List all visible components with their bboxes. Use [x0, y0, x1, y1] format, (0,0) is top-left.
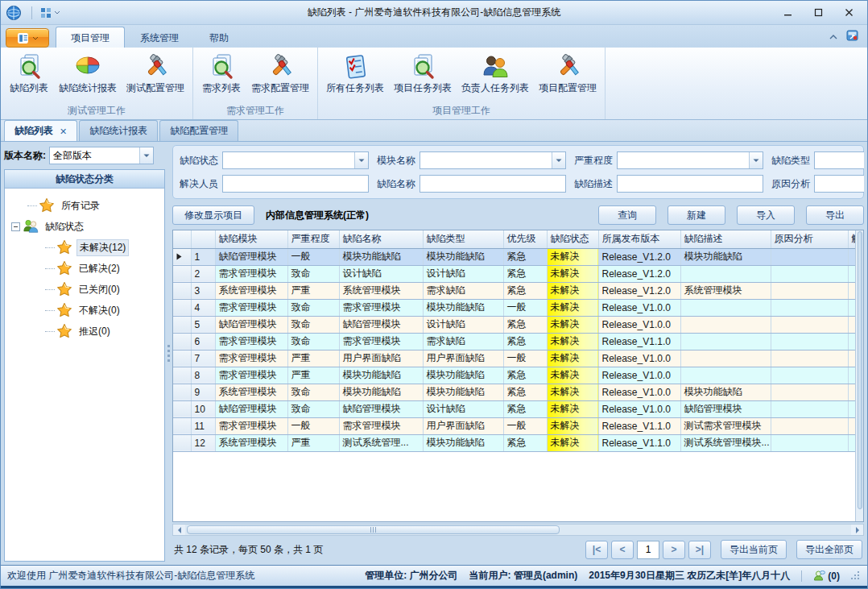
- grid-cell[interactable]: [848, 282, 855, 299]
- collapse-ribbon-icon[interactable]: [829, 31, 838, 43]
- grid-cell[interactable]: 模块功能缺陷: [423, 367, 503, 384]
- document-tab[interactable]: 缺陷配置管理: [159, 120, 238, 141]
- grid-cell[interactable]: 缺陷管理模块: [339, 316, 423, 333]
- grid-cell[interactable]: Release_V1.0.0: [598, 299, 680, 316]
- grid-cell[interactable]: 需求管理模块: [215, 265, 287, 282]
- grid-cell[interactable]: 致命: [287, 400, 339, 417]
- version-select-input[interactable]: [50, 147, 139, 164]
- filter-combo-row1-0[interactable]: [222, 151, 369, 169]
- grid-cell[interactable]: [771, 248, 848, 265]
- table-row[interactable]: 7需求管理模块严重用户界面缺陷用户界面缺陷一般未解决Release_V1.0.0: [173, 350, 855, 367]
- close-tab-icon[interactable]: ✕: [60, 126, 67, 137]
- grid-cell[interactable]: [680, 333, 771, 350]
- grid-cell[interactable]: 测试系统管理模块...: [680, 434, 771, 451]
- table-row[interactable]: 9系统管理模块致命模块功能缺陷模块功能缺陷紧急未解决Release_V1.0.0…: [173, 384, 855, 400]
- ribbon-button[interactable]: 缺陷列表: [4, 49, 54, 98]
- filter-combo-input[interactable]: [420, 152, 552, 168]
- grid-cell[interactable]: 需求管理模块: [215, 299, 287, 316]
- grid-cell[interactable]: [680, 299, 771, 316]
- grid-cell[interactable]: [771, 350, 848, 367]
- grid-cell[interactable]: [771, 299, 848, 316]
- ribbon-button[interactable]: 负责人任务列表: [457, 49, 534, 98]
- column-header[interactable]: 缺陷描述: [680, 230, 771, 248]
- grid-cell[interactable]: Release_V1.2.0: [598, 265, 680, 282]
- grid-cell[interactable]: 未解决: [547, 434, 598, 451]
- table-row[interactable]: 3系统管理模块严重系统管理模块需求缺陷紧急未解决Release_V1.2.0系统…: [173, 282, 855, 299]
- filter-text-input[interactable]: [420, 176, 565, 192]
- grid-cell[interactable]: [771, 417, 848, 434]
- column-header[interactable]: 原因分析: [771, 230, 848, 248]
- grid-cell[interactable]: 需求管理模块: [339, 417, 423, 434]
- caret-down-icon[interactable]: [139, 147, 153, 164]
- grid-cell[interactable]: 未解决: [547, 265, 598, 282]
- document-tab[interactable]: 缺陷统计报表: [79, 120, 158, 141]
- export-all-pages-button[interactable]: 导出全部页: [796, 540, 862, 559]
- vertical-scrollbar-thumb[interactable]: [858, 231, 862, 509]
- grid-cell[interactable]: 模块功能缺陷: [423, 434, 503, 451]
- tree-item[interactable]: 推迟(0): [6, 321, 163, 342]
- grid-cell[interactable]: 设计缺陷: [423, 316, 503, 333]
- horizontal-scrollbar-thumb[interactable]: [187, 525, 560, 534]
- horizontal-scrollbar[interactable]: [172, 524, 864, 536]
- prev-page-button[interactable]: <: [611, 541, 634, 559]
- grid-cell[interactable]: 未解决: [547, 316, 598, 333]
- column-header[interactable]: 缺陷类型: [423, 230, 503, 248]
- help-window-icon[interactable]: [846, 29, 859, 44]
- modify-columns-button[interactable]: 修改显示项目: [172, 205, 254, 225]
- filter-combo-row1-1[interactable]: [420, 151, 566, 169]
- filter-combo-input[interactable]: [815, 152, 864, 168]
- tree-item[interactable]: 缺陷状态: [6, 216, 163, 237]
- grid-cell[interactable]: [771, 367, 848, 384]
- grid-cell[interactable]: 紧急: [503, 333, 547, 350]
- grid-cell[interactable]: Release_V1.0.0: [598, 384, 680, 400]
- grid-cell[interactable]: [848, 333, 855, 350]
- column-header[interactable]: 缺陷状态: [547, 230, 598, 248]
- table-row[interactable]: 11需求管理模块一般需求管理模块用户界面缺陷一般未解决Release_V1.1.…: [173, 417, 855, 434]
- grid-cell[interactable]: Release_V1.2.0: [598, 248, 680, 265]
- column-header[interactable]: 严重程度: [287, 230, 339, 248]
- grid-cell[interactable]: 严重: [287, 367, 339, 384]
- grid-cell[interactable]: 用户界面缺陷: [423, 417, 503, 434]
- document-tab[interactable]: 缺陷列表✕: [4, 120, 77, 141]
- grid-cell[interactable]: 一般: [287, 417, 339, 434]
- grid-cell[interactable]: 用户界面缺陷: [339, 350, 423, 367]
- column-header[interactable]: 解决方法: [848, 230, 855, 248]
- ribbon-tab[interactable]: 系统管理: [125, 27, 194, 48]
- grid-cell[interactable]: 需求缺陷: [423, 282, 503, 299]
- grid-cell[interactable]: [848, 350, 855, 367]
- grid-cell[interactable]: Release_V1.1.0: [598, 434, 680, 451]
- grid-cell[interactable]: [848, 299, 855, 316]
- grid-cell[interactable]: [680, 350, 771, 367]
- grid-cell[interactable]: 系统管理模块: [680, 282, 771, 299]
- grid-cell[interactable]: [771, 316, 848, 333]
- ribbon-tab[interactable]: 项目管理: [56, 27, 125, 48]
- grid-cell[interactable]: 需求管理模块: [339, 299, 423, 316]
- grid-cell[interactable]: 模块功能缺陷: [680, 384, 771, 400]
- expander-icon[interactable]: [11, 222, 20, 231]
- export-button[interactable]: 导出: [806, 205, 864, 225]
- grid-cell[interactable]: 需求管理模块: [339, 333, 423, 350]
- grid-cell[interactable]: [771, 434, 848, 451]
- grid-cell[interactable]: 致命: [287, 384, 339, 400]
- ribbon-button[interactable]: 测试配置管理: [122, 49, 189, 98]
- table-row[interactable]: 5缺陷管理模块致命缺陷管理模块设计缺陷紧急未解决Release_V1.0.0: [173, 316, 855, 333]
- table-row[interactable]: 6需求管理模块致命需求管理模块需求缺陷紧急未解决Release_V1.1.0: [173, 333, 855, 350]
- caret-down-icon[interactable]: [552, 152, 565, 168]
- filter-text-input[interactable]: [618, 176, 763, 192]
- grid-cell[interactable]: 系统管理模块: [215, 434, 287, 451]
- version-select[interactable]: [49, 147, 154, 164]
- grid-cell[interactable]: 紧急: [503, 434, 547, 451]
- last-page-button[interactable]: >|: [688, 541, 711, 559]
- grid-cell[interactable]: [848, 367, 855, 384]
- filter-textbox-row2-1[interactable]: [420, 175, 566, 193]
- grid-cell[interactable]: 未解决: [547, 384, 598, 400]
- grid-cell[interactable]: 设计缺陷: [339, 265, 423, 282]
- table-row[interactable]: 2需求管理模块致命设计缺陷设计缺陷紧急未解决Release_V1.2.0: [173, 265, 855, 282]
- grid-cell[interactable]: 未解决: [547, 333, 598, 350]
- grid-cell[interactable]: 系统管理模块: [215, 384, 287, 400]
- grid-cell[interactable]: 紧急: [503, 400, 547, 417]
- ribbon-button[interactable]: 所有任务列表: [321, 49, 389, 98]
- grid-cell[interactable]: 未解决: [547, 350, 598, 367]
- grid-cell[interactable]: [771, 400, 848, 417]
- ribbon-tab[interactable]: 帮助: [194, 27, 244, 48]
